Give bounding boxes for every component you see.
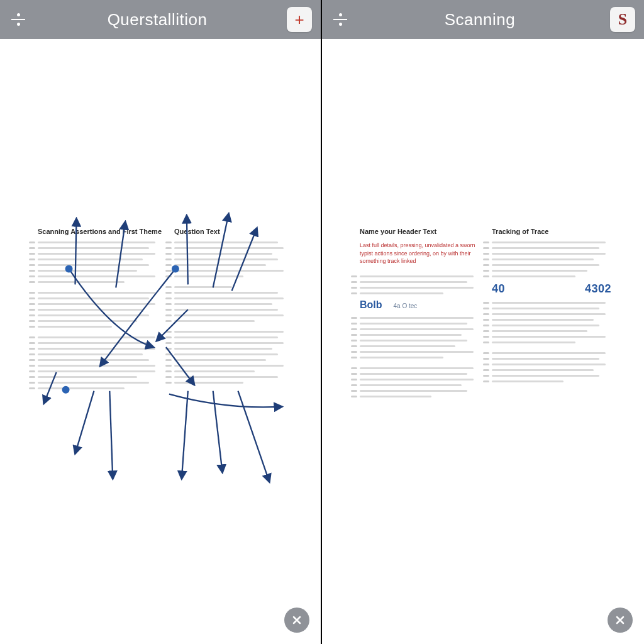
left-title: Querstallition	[108, 10, 208, 30]
right-col1-subtext: Last full details, pressing, unvalidated…	[360, 242, 479, 265]
right-pane: Scanning S Name your Header Text Last fu…	[322, 0, 644, 644]
divide-icon[interactable]	[9, 10, 28, 29]
stat-num-1: 40	[492, 282, 505, 296]
left-document: Scanning Assertions and First Theme Ques…	[38, 228, 289, 393]
left-canvas[interactable]: Scanning Assertions and First Theme Ques…	[0, 39, 321, 644]
right-canvas[interactable]: Name your Header Text Last full details,…	[322, 39, 644, 644]
plus-icon[interactable]: +	[287, 7, 312, 32]
left-col2-heading: Question Text	[174, 228, 289, 235]
divide-icon[interactable]	[331, 10, 350, 29]
stats-row: Bolb 4a O tec	[360, 299, 479, 311]
left-pane: Querstallition + Scanning Assertions and…	[0, 0, 322, 644]
stat-num-2: 4302	[585, 282, 611, 296]
stat-small-1: 4a O tec	[394, 303, 418, 309]
right-document: Name your Header Text Last full details,…	[360, 228, 611, 401]
left-col1-heading: Scanning Assertions and First Theme	[38, 228, 162, 235]
stats-row-2: 40 4302	[492, 282, 611, 296]
right-col2-heading: Tracking of Trace	[492, 228, 611, 235]
stat-label: Bolb	[360, 299, 382, 311]
right-col1-heading: Name your Header Text	[360, 228, 479, 235]
right-topbar: Scanning S	[322, 0, 644, 39]
close-icon[interactable]	[284, 608, 309, 633]
right-title: Scanning	[445, 10, 515, 30]
close-icon[interactable]	[608, 608, 633, 633]
left-topbar: Querstallition +	[0, 0, 321, 39]
s-icon[interactable]: S	[610, 7, 635, 32]
